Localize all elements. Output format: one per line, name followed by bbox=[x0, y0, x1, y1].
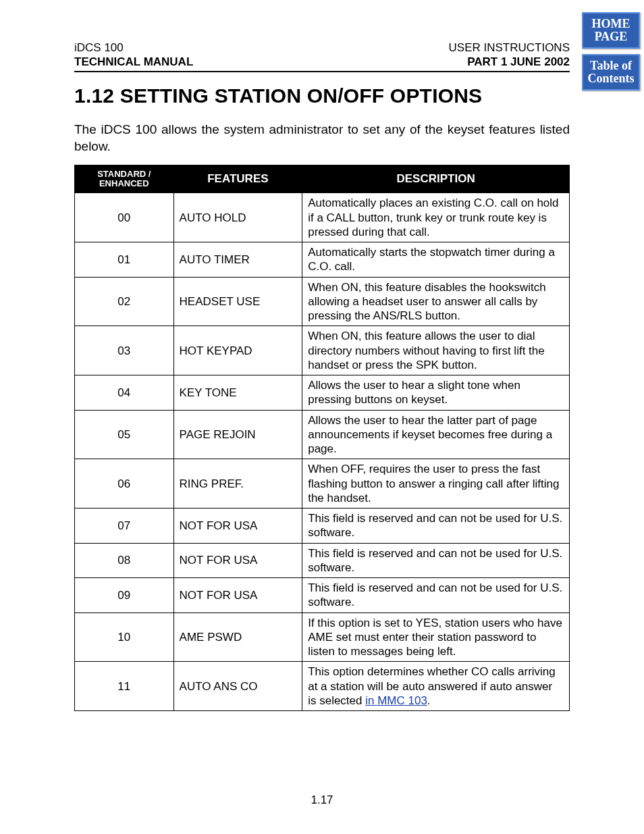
home-page-label: HOME PAGE bbox=[592, 18, 630, 43]
section-title: 1.12 SETTING STATION ON/OFF OPTIONS bbox=[74, 84, 570, 107]
home-page-button[interactable]: HOME PAGE bbox=[582, 12, 640, 49]
cell-feature: KEY TONE bbox=[173, 375, 302, 411]
cell-description: When OFF, requires the user to press the… bbox=[302, 459, 570, 509]
page-header: iDCS 100 TECHNICAL MANUAL USER INSTRUCTI… bbox=[74, 41, 570, 70]
cell-standard-enhanced: 08 bbox=[75, 543, 174, 578]
col-header-standard-enhanced: STANDARD / ENHANCED bbox=[75, 165, 174, 193]
table-row: 03HOT KEYPADWhen ON, this feature allows… bbox=[75, 326, 570, 375]
table-row: 11AUTO ANS COThis option determines whet… bbox=[75, 662, 570, 711]
cell-standard-enhanced: 01 bbox=[75, 242, 174, 278]
toc-label: Table of Contents bbox=[587, 59, 634, 85]
cell-feature: AUTO ANS CO bbox=[173, 662, 302, 711]
cell-description: Allows the user to hear the latter part … bbox=[302, 410, 570, 459]
cell-standard-enhanced: 07 bbox=[75, 509, 174, 544]
table-row: 00AUTO HOLDAutomatically places an exist… bbox=[75, 193, 570, 242]
cell-description: This option determines whether CO calls … bbox=[302, 662, 570, 711]
table-row: 05PAGE REJOINAllows the user to hear the… bbox=[75, 410, 570, 459]
cell-feature: AUTO TIMER bbox=[173, 242, 302, 278]
features-table: STANDARD / ENHANCED FEATURES DESCRIPTION… bbox=[74, 165, 570, 711]
cell-feature: HEADSET USE bbox=[173, 277, 302, 326]
cell-feature: PAGE REJOIN bbox=[173, 410, 302, 459]
cell-standard-enhanced: 09 bbox=[75, 578, 174, 613]
table-row: 10AME PSWDIf this option is set to YES, … bbox=[75, 613, 570, 662]
header-right-bottom: PART 1 JUNE 2002 bbox=[449, 55, 570, 69]
cell-standard-enhanced: 02 bbox=[75, 277, 174, 326]
cell-feature: AUTO HOLD bbox=[173, 193, 302, 242]
table-row: 06RING PREF.When OFF, requires the user … bbox=[75, 459, 570, 509]
page-number: 1.17 bbox=[0, 793, 644, 807]
cell-description: If this option is set to YES, station us… bbox=[302, 613, 570, 662]
cell-description: This field is reserved and can not be us… bbox=[302, 543, 570, 578]
col-header-description: DESCRIPTION bbox=[302, 165, 570, 193]
cell-description: Automatically starts the stopwatch timer… bbox=[302, 242, 570, 278]
cell-standard-enhanced: 10 bbox=[75, 613, 174, 662]
cell-feature: NOT FOR USA bbox=[173, 578, 302, 613]
cell-description: This field is reserved and can not be us… bbox=[302, 509, 570, 544]
cell-standard-enhanced: 03 bbox=[75, 326, 174, 375]
cell-feature: HOT KEYPAD bbox=[173, 326, 302, 375]
cell-feature: NOT FOR USA bbox=[173, 509, 302, 544]
col1-line2: ENHANCED bbox=[99, 178, 149, 188]
table-row: 01AUTO TIMERAutomatically starts the sto… bbox=[75, 242, 570, 278]
cell-standard-enhanced: 05 bbox=[75, 410, 174, 459]
cell-feature: AME PSWD bbox=[173, 613, 302, 662]
table-row: 04KEY TONEAllows the user to hear a slig… bbox=[75, 375, 570, 411]
cell-standard-enhanced: 11 bbox=[75, 662, 174, 711]
cell-description: Allows the user to hear a slight tone wh… bbox=[302, 375, 570, 411]
cell-description: When ON, this feature allows the user to… bbox=[302, 326, 570, 375]
cell-description: When ON, this feature disables the hooks… bbox=[302, 277, 570, 326]
header-left-bottom: TECHNICAL MANUAL bbox=[74, 55, 193, 69]
table-of-contents-button[interactable]: Table of Contents bbox=[582, 54, 640, 90]
cell-feature: RING PREF. bbox=[173, 459, 302, 509]
header-left-top: iDCS 100 bbox=[74, 41, 193, 55]
col1-line1: STANDARD / bbox=[97, 169, 151, 179]
table-row: 07NOT FOR USAThis field is reserved and … bbox=[75, 509, 570, 544]
header-rule bbox=[74, 71, 570, 72]
cell-standard-enhanced: 06 bbox=[75, 459, 174, 509]
cell-standard-enhanced: 04 bbox=[75, 375, 174, 411]
intro-paragraph: The iDCS 100 allows the system administr… bbox=[74, 121, 570, 155]
table-row: 08NOT FOR USAThis field is reserved and … bbox=[75, 543, 570, 578]
cell-description: This field is reserved and can not be us… bbox=[302, 578, 570, 613]
cell-feature: NOT FOR USA bbox=[173, 543, 302, 578]
col-header-features: FEATURES bbox=[173, 165, 302, 193]
table-row: 02HEADSET USEWhen ON, this feature disab… bbox=[75, 277, 570, 326]
cell-standard-enhanced: 00 bbox=[75, 193, 174, 242]
table-row: 09NOT FOR USAThis field is reserved and … bbox=[75, 578, 570, 613]
header-right-top: USER INSTRUCTIONS bbox=[449, 41, 570, 55]
mmc-link[interactable]: in MMC 103 bbox=[365, 694, 427, 707]
cell-description: Automatically places an existing C.O. ca… bbox=[302, 193, 570, 242]
